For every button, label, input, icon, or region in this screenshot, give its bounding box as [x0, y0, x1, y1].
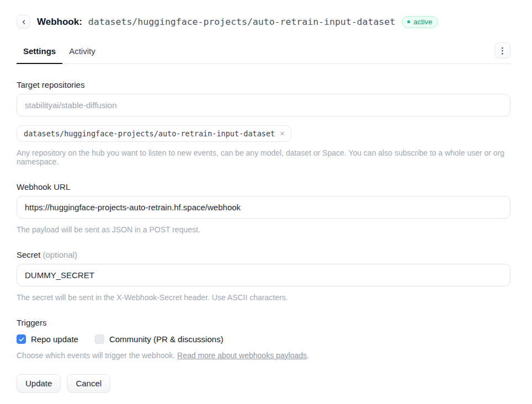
webhooks-payloads-link[interactable]: Read more about webhooks payloads	[177, 351, 307, 360]
secret-input[interactable]	[17, 264, 510, 286]
update-button[interactable]: Update	[17, 374, 61, 393]
status-dot-icon	[407, 20, 410, 23]
triggers-label: Triggers	[17, 318, 510, 327]
tabs: Settings Activity	[17, 41, 102, 63]
target-repositories-label: Target repositories	[17, 80, 510, 89]
status-badge-label: active	[413, 18, 432, 26]
page-header: Webhook: datasets/huggingface-projects/a…	[17, 15, 510, 29]
repo-update-label: Repo update	[31, 334, 78, 344]
webhook-title-prefix: Webhook:	[37, 17, 82, 28]
triggers-help-suffix: .	[307, 351, 309, 360]
form-actions: Update Cancel	[17, 374, 510, 393]
secret-optional-text: (optional)	[43, 250, 78, 259]
cancel-button[interactable]: Cancel	[67, 374, 110, 393]
secret-help: The secret will be sent in the X-Webhook…	[17, 293, 510, 302]
page-title: Webhook: datasets/huggingface-projects/a…	[37, 17, 395, 28]
webhook-url-help: The payload will be sent as JSON in a PO…	[17, 225, 510, 234]
back-button[interactable]	[17, 15, 30, 29]
secret-label-text: Secret	[17, 250, 40, 259]
secret-label: Secret (optional)	[17, 250, 510, 259]
checkmark-icon	[18, 336, 25, 343]
status-badge: active	[402, 16, 438, 28]
repo-chip: datasets/huggingface-projects/auto-retra…	[17, 125, 291, 142]
community-checkbox[interactable]	[95, 334, 104, 344]
chip-remove-button[interactable]: ×	[280, 130, 284, 137]
chevron-left-icon	[20, 19, 27, 25]
repo-update-checkbox[interactable]	[17, 334, 26, 344]
trigger-option-repo-update[interactable]: Repo update	[17, 334, 78, 344]
triggers-help: Choose which events will trigger the web…	[17, 351, 510, 360]
trigger-option-community[interactable]: Community (PR & discussions)	[95, 334, 224, 344]
secret-group: Secret (optional) The secret will be sen…	[17, 250, 510, 302]
triggers-options: Repo update Community (PR & discussions)	[17, 334, 510, 344]
target-repositories-input[interactable]	[17, 94, 510, 116]
tab-bar: Settings Activity ⋮	[17, 41, 510, 64]
target-repositories-help: Any repository on the hub you want to li…	[17, 148, 510, 166]
webhook-url-group: Webhook URL The payload will be sent as …	[17, 182, 510, 234]
tab-settings[interactable]: Settings	[17, 41, 62, 64]
webhook-form: Target repositories datasets/huggingface…	[17, 80, 510, 393]
community-label: Community (PR & discussions)	[109, 334, 224, 344]
webhook-repo-name: datasets/huggingface-projects/auto-retra…	[88, 17, 395, 27]
target-repositories-group: Target repositories datasets/huggingface…	[17, 80, 510, 166]
webhook-settings-page: Webhook: datasets/huggingface-projects/a…	[0, 0, 532, 393]
kebab-menu-button[interactable]: ⋮	[494, 42, 510, 59]
triggers-group: Triggers Repo update Community (PR & dis…	[17, 318, 510, 360]
triggers-help-prefix: Choose which events will trigger the web…	[17, 351, 177, 360]
tab-activity[interactable]: Activity	[62, 41, 102, 64]
repo-chip-label: datasets/huggingface-projects/auto-retra…	[24, 129, 275, 138]
webhook-url-input[interactable]	[17, 196, 510, 219]
webhook-url-label: Webhook URL	[17, 182, 510, 192]
